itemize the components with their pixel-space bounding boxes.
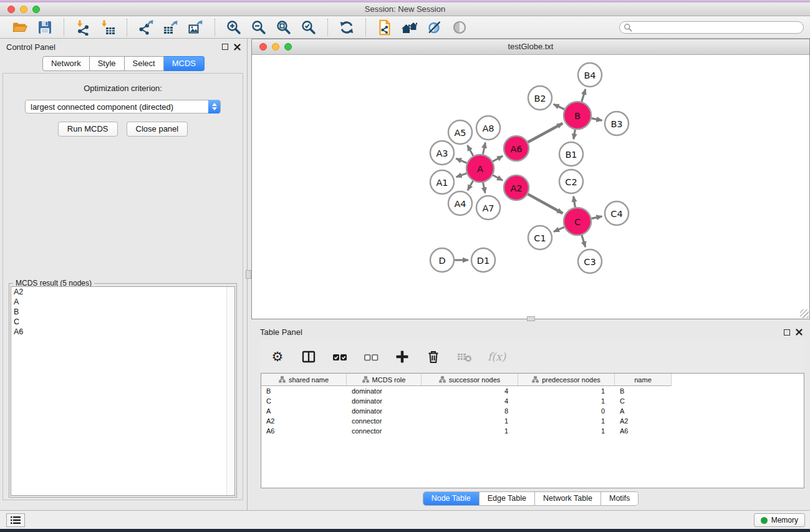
edge-A6-B[interactable] [528, 123, 563, 142]
split-divider-handle[interactable] [527, 316, 535, 321]
deselect-all-icon[interactable] [363, 349, 379, 365]
add-column-icon[interactable] [394, 349, 410, 365]
tab-motifs[interactable]: Motifs [600, 492, 638, 505]
edge-B-B2[interactable] [554, 104, 565, 109]
mcds-result-item[interactable]: A6 [11, 327, 234, 337]
node-A5[interactable]: A5 [448, 120, 472, 144]
mcds-result-item[interactable]: A2 [11, 287, 234, 297]
table-row[interactable]: Cdominator41C [261, 396, 804, 406]
node-A3[interactable]: A3 [430, 141, 454, 165]
export-network-icon[interactable] [137, 18, 155, 37]
edge-A-A5[interactable] [468, 145, 473, 156]
node-A1[interactable]: A1 [430, 170, 454, 194]
node-A7[interactable]: A7 [476, 196, 500, 220]
export-image-icon[interactable] [186, 18, 205, 37]
tab-mcds[interactable]: MCDS [164, 56, 205, 71]
show-columns-icon[interactable] [301, 349, 317, 365]
node-D1[interactable]: D1 [471, 248, 495, 272]
edge-B-B3[interactable] [592, 118, 602, 121]
task-history-button[interactable] [6, 513, 25, 527]
node-C2[interactable]: C2 [559, 170, 583, 193]
node-B1[interactable]: B1 [559, 142, 583, 166]
mcds-result-item[interactable]: A [11, 297, 234, 307]
column-header-successor-nodes[interactable]: successor nodes [422, 374, 518, 385]
mcds-result-item[interactable]: B [11, 307, 234, 317]
column-header-predecessor-nodes[interactable]: predecessor nodes [518, 374, 615, 385]
node-A8[interactable]: A8 [476, 116, 500, 140]
close-panel-icon[interactable] [234, 44, 241, 51]
tab-node-table[interactable]: Node Table [423, 492, 479, 505]
network-window-titlebar[interactable]: testGlobe.txt [252, 39, 809, 55]
zoom-out-icon[interactable] [249, 18, 268, 37]
node-C1[interactable]: C1 [528, 226, 552, 249]
edge-A2-C[interactable] [528, 194, 562, 213]
import-network-icon[interactable] [74, 18, 92, 37]
edge-A-A2[interactable] [493, 175, 503, 180]
save-session-icon[interactable] [36, 18, 54, 37]
optimization-criterion-select[interactable]: largest connected component (directed) [25, 100, 221, 114]
mcds-result-list[interactable]: A2ABCA6 [11, 286, 235, 496]
edge-A-A6[interactable] [493, 156, 503, 162]
resize-grip-icon[interactable] [800, 309, 809, 318]
close-panel-button[interactable]: Close panel [127, 122, 188, 137]
node-B[interactable]: B [564, 102, 591, 129]
float-panel-icon[interactable] [222, 44, 228, 50]
edge-A-A1[interactable] [456, 173, 467, 177]
delete-selected-icon[interactable] [425, 349, 441, 365]
zoom-fit-icon[interactable] [274, 18, 293, 37]
node-A2[interactable]: A2 [504, 175, 529, 200]
column-header-name[interactable]: name [615, 374, 671, 385]
eye-icon[interactable] [450, 18, 469, 37]
node-A6[interactable]: A6 [504, 136, 529, 161]
search-input[interactable] [632, 22, 803, 32]
node-B2[interactable]: B2 [528, 86, 552, 110]
graphics-details-icon[interactable] [425, 18, 444, 37]
refresh-icon[interactable] [337, 18, 356, 37]
function-builder-icon[interactable]: f(x) [488, 351, 506, 363]
table-options-icon[interactable]: ⚙ [269, 349, 286, 365]
network-graph[interactable]: B4B2BB3A5A8A6A3B1AA1C2A2A4A7CC4C1C3DD1 [252, 55, 809, 319]
edge-C-C2[interactable] [574, 196, 576, 208]
memory-button[interactable]: Memory [754, 513, 805, 527]
node-C[interactable]: C [564, 208, 591, 235]
edge-C-C3[interactable] [582, 235, 586, 247]
tab-style[interactable]: Style [90, 56, 125, 71]
node-B3[interactable]: B3 [605, 112, 629, 135]
run-mcds-button[interactable]: Run MCDS [58, 122, 118, 137]
edge-A-A3[interactable] [456, 158, 467, 163]
edge-A-A4[interactable] [468, 181, 473, 190]
first-neighbors-icon[interactable] [375, 18, 394, 37]
zoom-selected-icon[interactable] [299, 18, 318, 37]
scrollbar-track[interactable] [226, 287, 234, 495]
node-A[interactable]: A [466, 155, 494, 182]
table-row[interactable]: Bdominator41B [261, 386, 804, 396]
tab-network-table[interactable]: Network Table [534, 492, 600, 505]
tab-select[interactable]: Select [125, 56, 164, 71]
node-C4[interactable]: C4 [605, 201, 629, 225]
home-icon[interactable] [400, 18, 419, 37]
table-row[interactable]: Adominator80A [261, 406, 804, 416]
delete-table-icon[interactable] [456, 349, 473, 365]
tab-network[interactable]: Network [42, 56, 90, 71]
edge-B-B4[interactable] [582, 89, 586, 102]
edge-C-C4[interactable] [592, 216, 602, 219]
column-header-MCDS-role[interactable]: MCDS role [347, 374, 422, 385]
node-A4[interactable]: A4 [448, 191, 472, 215]
zoom-in-icon[interactable] [224, 18, 243, 37]
edge-A-A8[interactable] [483, 143, 486, 155]
edge-A-A7[interactable] [483, 183, 486, 193]
tab-edge-table[interactable]: Edge Table [479, 492, 534, 505]
select-all-icon[interactable] [332, 349, 348, 365]
node-C3[interactable]: C3 [578, 249, 602, 273]
edge-B-B1[interactable] [574, 130, 576, 140]
split-divider-handle[interactable] [246, 270, 251, 279]
network-canvas[interactable]: B4B2BB3A5A8A6A3B1AA1C2A2A4A7CC4C1C3DD1 [252, 55, 809, 319]
mcds-result-item[interactable]: C [11, 317, 234, 327]
node-B4[interactable]: B4 [578, 63, 602, 87]
export-table-icon[interactable] [162, 18, 180, 37]
edge-C-C1[interactable] [554, 227, 564, 231]
node-D[interactable]: D [430, 248, 454, 272]
open-session-icon[interactable] [11, 18, 29, 37]
search-box[interactable] [619, 21, 804, 34]
table-row[interactable]: A2connector11A2 [261, 416, 804, 426]
